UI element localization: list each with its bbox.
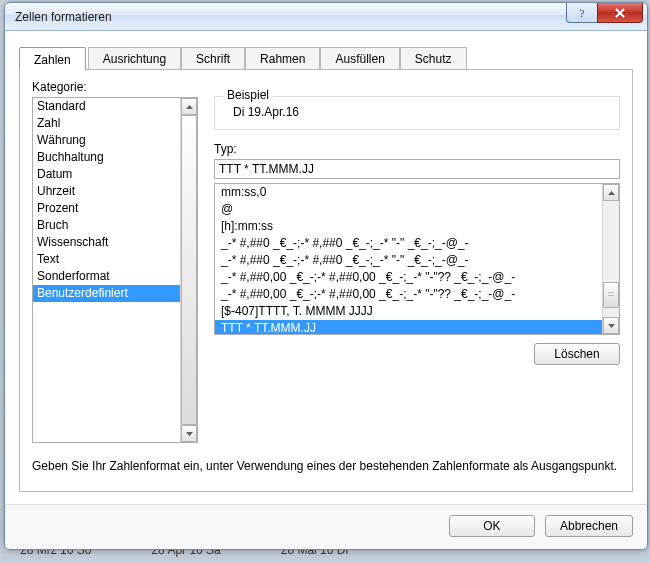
- category-item[interactable]: Sonderformat: [33, 268, 180, 285]
- category-listbox[interactable]: StandardZahlWährungBuchhaltungDatumUhrze…: [32, 97, 198, 443]
- format-item[interactable]: [h]:mm:ss: [215, 218, 602, 235]
- scroll-down-icon[interactable]: [603, 317, 619, 334]
- tab-schrift[interactable]: Schrift: [181, 47, 245, 69]
- svg-text:?: ?: [580, 7, 585, 19]
- type-label: Typ:: [214, 142, 620, 156]
- tab-panel-zahlen: Kategorie: StandardZahlWährungBuchhaltun…: [19, 69, 633, 492]
- format-item[interactable]: _-* #,##0 _€_-;-* #,##0 _€_-;_-* "-" _€_…: [215, 235, 602, 252]
- category-item[interactable]: Zahl: [33, 115, 180, 132]
- tab-rahmen[interactable]: Rahmen: [245, 47, 320, 69]
- close-button[interactable]: [597, 3, 643, 23]
- category-item[interactable]: Buchhaltung: [33, 149, 180, 166]
- scroll-down-icon[interactable]: [181, 425, 197, 442]
- format-item[interactable]: _-* #,##0,00 _€_-;-* #,##0,00 _€_-;_-* "…: [215, 269, 602, 286]
- scroll-up-icon[interactable]: [181, 98, 197, 115]
- ok-button[interactable]: OK: [449, 515, 535, 537]
- format-cells-dialog: Zellen formatieren ? Zahlen Ausrichtung …: [4, 2, 648, 550]
- category-label: Kategorie:: [32, 80, 198, 94]
- format-item[interactable]: _-* #,##0 _€_-;-* #,##0 _€_-;_-* "-" _€_…: [215, 252, 602, 269]
- category-item[interactable]: Wissenschaft: [33, 234, 180, 251]
- tab-ausfuellen[interactable]: Ausfüllen: [320, 47, 399, 69]
- tab-ausrichtung[interactable]: Ausrichtung: [88, 47, 181, 69]
- tabstrip: Zahlen Ausrichtung Schrift Rahmen Ausfül…: [19, 47, 633, 69]
- titlebar[interactable]: Zellen formatieren ?: [5, 3, 647, 31]
- category-item[interactable]: Uhrzeit: [33, 183, 180, 200]
- scrollbar[interactable]: [602, 184, 619, 334]
- cancel-button[interactable]: Abbrechen: [545, 515, 633, 537]
- format-item[interactable]: mm:ss,0: [215, 184, 602, 201]
- category-item[interactable]: Währung: [33, 132, 180, 149]
- sample-label: Beispiel: [223, 88, 273, 102]
- hint-text: Geben Sie Ihr Zahlenformat ein, unter Ve…: [32, 459, 620, 473]
- category-item[interactable]: Datum: [33, 166, 180, 183]
- category-item[interactable]: Text: [33, 251, 180, 268]
- category-item[interactable]: Standard: [33, 98, 180, 115]
- format-item[interactable]: _-* #,##0,00 _€_-;-* #,##0,00 _€_-;_-* "…: [215, 286, 602, 303]
- format-item[interactable]: @: [215, 201, 602, 218]
- tab-schutz[interactable]: Schutz: [400, 47, 467, 69]
- category-item[interactable]: Bruch: [33, 217, 180, 234]
- format-item[interactable]: [$-407]TTTT, T. MMMM JJJJ: [215, 303, 602, 320]
- category-item[interactable]: Benutzerdefiniert: [33, 285, 180, 302]
- scroll-up-icon[interactable]: [603, 184, 619, 201]
- dialog-footer: OK Abbrechen: [5, 504, 647, 549]
- type-input[interactable]: [214, 159, 620, 179]
- format-listbox[interactable]: mm:ss,0@[h]:mm:ss_-* #,##0 _€_-;-* #,##0…: [214, 183, 620, 335]
- sample-value: Di 19.Apr.16: [225, 105, 609, 119]
- category-item[interactable]: Prozent: [33, 200, 180, 217]
- sample-box: Beispiel Di 19.Apr.16: [214, 96, 620, 130]
- help-button[interactable]: ?: [566, 3, 598, 23]
- scrollbar[interactable]: [180, 98, 197, 442]
- delete-button[interactable]: Löschen: [534, 343, 620, 365]
- format-item[interactable]: TTT * TT.MMM.JJ: [215, 320, 602, 334]
- tab-zahlen[interactable]: Zahlen: [19, 47, 86, 70]
- window-title: Zellen formatieren: [15, 10, 112, 24]
